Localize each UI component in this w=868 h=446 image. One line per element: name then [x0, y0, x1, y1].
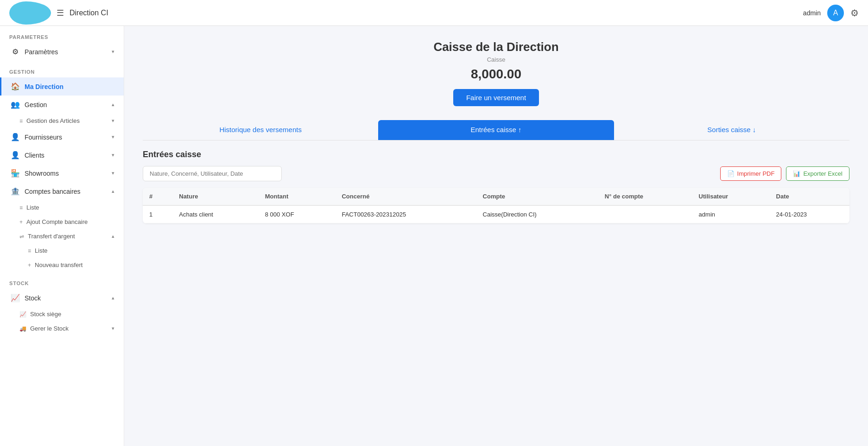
card-subtitle: Caisse — [143, 56, 849, 63]
topbar-left: ☰ Direction CI — [9, 1, 108, 25]
sidebar: PARAMETRES ⚙ Paramètres ▾ GESTION 🏠 Ma D… — [0, 26, 124, 446]
chevron-down-icon: ▾ — [112, 170, 114, 176]
faire-versement-button[interactable]: Faire un versement — [453, 89, 539, 106]
tab-sorties[interactable]: Sorties caisse ↓ — [614, 120, 849, 140]
sidebar-item-nouveau-transfert[interactable]: + Nouveau transfert — [0, 258, 124, 272]
chevron-up-icon: ▴ — [112, 233, 114, 239]
main-content: Caisse de la Direction Caisse 8,000.00 F… — [124, 26, 868, 446]
sidebar-item-label: Transfert d'argent — [28, 233, 75, 240]
supplier-icon: 👤 — [11, 133, 20, 141]
list-icon: ≡ — [28, 248, 31, 254]
sidebar-item-showrooms[interactable]: 🏪 Showrooms ▾ — [0, 164, 124, 182]
section-label-parametres: PARAMETRES — [0, 26, 124, 43]
col-date: Date — [770, 188, 849, 205]
col-montant: Montant — [259, 188, 336, 205]
col-num: # — [143, 188, 172, 205]
sidebar-item-comptes-bancaires[interactable]: 🏦 Comptes bancaires ▴ — [0, 182, 124, 200]
logo — [9, 1, 51, 25]
topbar: ☰ Direction CI admin A ⚙ — [0, 0, 868, 26]
col-nature: Nature — [172, 188, 258, 205]
sidebar-item-label: Liste — [35, 247, 47, 254]
cell-n_compte — [598, 205, 692, 223]
client-icon: 👤 — [11, 151, 20, 159]
sidebar-item-fournisseurs[interactable]: 👤 Fournisseurs ▾ — [0, 128, 124, 146]
sidebar-item-stock[interactable]: 📈 Stock ▴ — [0, 289, 124, 307]
col-compte: Compte — [476, 188, 598, 205]
excel-icon: 📊 — [793, 170, 800, 177]
sidebar-item-stock-siege[interactable]: 📈 Stock siège — [0, 307, 124, 321]
sidebar-item-clients[interactable]: 👤 Clients ▾ — [0, 146, 124, 164]
home-icon: 🏠 — [11, 82, 20, 91]
table-header-row: # Nature Montant Concerné Compte N° de c… — [143, 188, 849, 205]
chart-icon: 📈 — [19, 311, 26, 318]
sidebar-item-label: Ma Direction — [25, 83, 63, 90]
search-actions-row: 📄 Imprimer PDF 📊 Exporter Excel — [143, 166, 849, 181]
search-input[interactable] — [143, 166, 282, 181]
avatar[interactable]: A — [827, 5, 844, 21]
chevron-down-icon: ▾ — [112, 49, 114, 55]
sidebar-item-parametres[interactable]: ⚙ Paramètres ▾ — [0, 43, 124, 61]
chevron-up-icon: ▴ — [112, 188, 114, 194]
sidebar-item-ma-direction[interactable]: 🏠 Ma Direction — [0, 77, 124, 96]
col-utilisateur: Utilisateur — [692, 188, 770, 205]
topbar-title: Direction CI — [70, 9, 108, 17]
list-icon: ≡ — [19, 204, 23, 211]
imprimer-pdf-button[interactable]: 📄 Imprimer PDF — [720, 166, 782, 181]
action-buttons: 📄 Imprimer PDF 📊 Exporter Excel — [720, 166, 849, 181]
truck-icon: 🚚 — [19, 325, 26, 332]
cell-num: 1 — [143, 205, 172, 223]
section-title: Entrées caisse — [143, 150, 849, 159]
tabs: Historique des versements Entrées caisse… — [143, 120, 849, 140]
sidebar-item-ajout-compte[interactable]: + Ajout Compte bancaire — [0, 215, 124, 229]
section-label-gestion: GESTION — [0, 61, 124, 77]
card-header: Caisse de la Direction Caisse 8,000.00 F… — [143, 40, 849, 106]
tab-entrees[interactable]: Entrées caisse ↑ — [378, 120, 614, 140]
cell-nature: Achats client — [172, 205, 258, 223]
settings-icon[interactable]: ⚙ — [850, 7, 859, 19]
cell-concerne: FACT00263-202312025 — [335, 205, 476, 223]
tab-historique[interactable]: Historique des versements — [143, 120, 378, 140]
pdf-icon: 📄 — [727, 170, 735, 177]
plus-icon: + — [28, 262, 31, 268]
layout: PARAMETRES ⚙ Paramètres ▾ GESTION 🏠 Ma D… — [0, 26, 868, 446]
sidebar-item-label: Stock siège — [30, 311, 61, 318]
table-head: # Nature Montant Concerné Compte N° de c… — [143, 188, 849, 205]
sidebar-item-label: Gerer le Stock — [30, 325, 69, 332]
col-n-compte: N° de compte — [598, 188, 692, 205]
sidebar-item-label: Showrooms — [25, 170, 59, 177]
transfer-icon: ⇌ — [19, 233, 24, 240]
sidebar-item-label: Paramètres — [25, 48, 58, 56]
card-title: Caisse de la Direction — [143, 40, 849, 54]
sidebar-item-gestion-articles[interactable]: ≡ Gestion des Articles ▾ — [0, 114, 124, 128]
sidebar-item-label: Clients — [25, 152, 44, 159]
menu-icon[interactable]: ☰ — [57, 8, 64, 18]
col-concerne: Concerné — [335, 188, 476, 205]
cell-montant: 8 000 XOF — [259, 205, 336, 223]
table-row: 1Achats client8 000 XOFFACT00263-2023120… — [143, 205, 849, 223]
sidebar-item-label: Gestion — [25, 101, 47, 108]
topbar-username: admin — [803, 9, 821, 17]
bank-icon: 🏦 — [11, 187, 20, 196]
users-icon: 👥 — [11, 100, 20, 109]
stock-icon: 📈 — [11, 293, 20, 302]
topbar-right: admin A ⚙ — [803, 5, 859, 21]
sidebar-item-liste[interactable]: ≡ Liste — [0, 200, 124, 215]
exporter-excel-button[interactable]: 📊 Exporter Excel — [786, 166, 849, 181]
chevron-down-icon: ▾ — [112, 325, 114, 331]
sidebar-item-label: Stock — [25, 294, 41, 302]
list-icon: ≡ — [19, 118, 23, 124]
sidebar-item-label: Liste — [26, 204, 39, 211]
cell-compte: Caisse(Direction CI) — [476, 205, 598, 223]
card-amount: 8,000.00 — [143, 67, 849, 82]
gear-icon: ⚙ — [11, 47, 20, 56]
sidebar-item-transfert-argent[interactable]: ⇌ Transfert d'argent ▴ — [0, 229, 124, 243]
table-body: 1Achats client8 000 XOFFACT00263-2023120… — [143, 205, 849, 223]
section-label-stock: STOCK — [0, 272, 124, 289]
sidebar-item-label: Nouveau transfert — [35, 261, 82, 268]
sidebar-item-gestion[interactable]: 👥 Gestion ▴ — [0, 96, 124, 114]
entries-table: # Nature Montant Concerné Compte N° de c… — [143, 188, 849, 223]
showroom-icon: 🏪 — [11, 169, 20, 178]
sidebar-item-transfert-liste[interactable]: ≡ Liste — [0, 243, 124, 258]
sidebar-item-gerer-stock[interactable]: 🚚 Gerer le Stock ▾ — [0, 321, 124, 336]
plus-icon: + — [19, 219, 23, 225]
